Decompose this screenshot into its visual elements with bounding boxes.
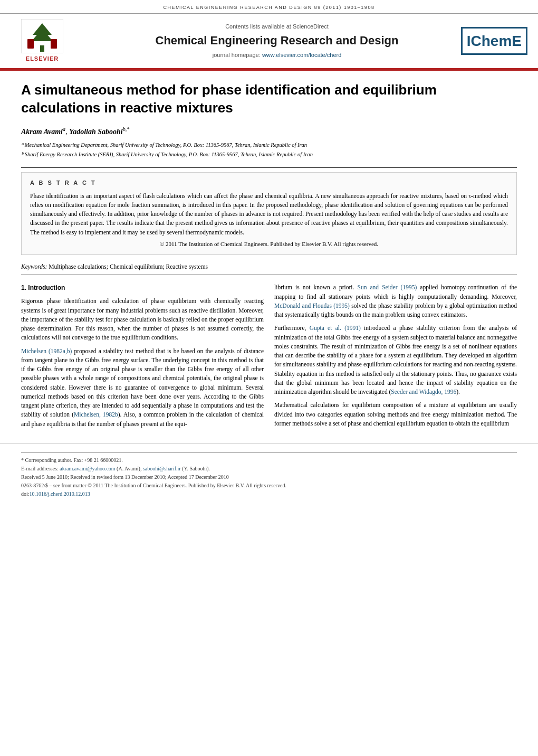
elsevier-logo: ELSEVIER <box>11 19 74 63</box>
sun-seider-ref[interactable]: Sun and Seider (1995) <box>358 284 417 290</box>
received-dates: Received 5 June 2010; Received in revise… <box>21 473 517 481</box>
homepage-label: journal homepage: <box>213 52 261 58</box>
michelsen-1982b-ref[interactable]: Michelsen, 1982b <box>74 411 118 418</box>
issn-notice: 0263-8762/$ – see front matter © 2011 Th… <box>21 481 517 490</box>
doi-notice: doi:10.1016/j.cherd.2010.12.013 <box>21 490 517 498</box>
email-saboohi[interactable]: saboohi@sharif.ir <box>143 466 181 471</box>
mcdonald-ref[interactable]: McDonald and Floudas (1995) <box>274 303 350 309</box>
corresponding-author: * Corresponding author. Fax: +98 21 6600… <box>21 456 517 465</box>
intro-para-2-text: proposed a stability test method that is… <box>21 348 264 418</box>
footer-area: * Corresponding author. Fax: +98 21 6600… <box>0 443 538 504</box>
journal-header: ELSEVIER Contents lists available at Sci… <box>0 14 538 69</box>
author-b-sup: b,* <box>123 126 130 132</box>
journal-info-bar: CHEMICAL ENGINEERING RESEARCH AND DESIGN… <box>0 0 538 14</box>
homepage-url[interactable]: www.elsevier.com/locate/cherd <box>262 52 341 58</box>
journal-homepage[interactable]: journal homepage: www.elsevier.com/locat… <box>74 51 480 59</box>
sciencedirect-link[interactable]: Contents lists available at ScienceDirec… <box>74 23 480 31</box>
page: CHEMICAL ENGINEERING RESEARCH AND DESIGN… <box>0 0 538 756</box>
body-divider <box>21 274 517 275</box>
elsevier-label: ELSEVIER <box>26 55 59 63</box>
seeder-widagdo-ref[interactable]: Seeder and Widagdo, 1996 <box>391 389 456 395</box>
abstract-body: Phase identification is an important asp… <box>30 192 508 237</box>
abstract-label: A B S T R A C T <box>30 179 508 187</box>
gupta-ref[interactable]: Gupta et al. (1991) <box>310 325 361 331</box>
right-column: librium is not known a priori. Sun and S… <box>274 283 517 433</box>
intro-para-1: Rigorous phase identification and calcul… <box>21 297 264 342</box>
svg-rect-5 <box>51 39 57 49</box>
section1-heading: 1. Introduction <box>21 283 264 292</box>
doi-link[interactable]: 10.1016/j.cherd.2010.12.013 <box>30 491 90 497</box>
right-para-3: Mathematical calculations for equilibriu… <box>274 401 517 428</box>
email-avami[interactable]: akram.avami@yahoo.com <box>60 466 115 471</box>
right-para-1: librium is not known a priori. Sun and S… <box>274 283 517 319</box>
affiliations: ᵃ Mechanical Engineering Department, Sha… <box>21 141 517 159</box>
svg-rect-4 <box>27 39 34 49</box>
intro-para-2: Michelsen (1982a,b) proposed a stability… <box>21 347 264 429</box>
author-b-name: Yadollah Saboohi <box>69 127 123 135</box>
two-column-body: 1. Introduction Rigorous phase identific… <box>21 283 517 433</box>
author-a-sup: a <box>63 126 65 132</box>
abstract-section: A B S T R A C T Phase identification is … <box>21 172 517 255</box>
elsevier-tree-icon <box>21 19 63 53</box>
keywords-line: Keywords: Multiphase calculations; Chemi… <box>21 262 517 271</box>
journal-title-block: Contents lists available at ScienceDirec… <box>74 23 480 60</box>
keywords-label: Keywords: <box>21 263 47 270</box>
ichem-logo-block: IChemE <box>480 27 527 55</box>
left-column: 1. Introduction Rigorous phase identific… <box>21 283 264 433</box>
svg-rect-1 <box>40 45 44 52</box>
footer-divider <box>21 452 517 453</box>
journal-name: Chemical Engineering Research and Design <box>74 33 480 49</box>
abstract-text-content: Phase identification is an important asp… <box>30 193 508 235</box>
elsevier-logo-block: ELSEVIER <box>11 19 74 63</box>
article-title: A simultaneous method for phase identifi… <box>21 81 517 117</box>
sciencedirect-prefix: Contents lists available at ScienceDirec… <box>225 23 329 30</box>
keywords-content: Multiphase calculations; Chemical equili… <box>49 263 208 270</box>
affiliation-a: ᵃ Mechanical Engineering Department, Sha… <box>21 141 517 149</box>
authors-line: Akram Avamia, Yadollah Saboohib,* <box>21 126 517 137</box>
journal-volume-info: CHEMICAL ENGINEERING RESEARCH AND DESIGN… <box>164 5 375 10</box>
email-addresses: E-mail addresses: akram.avami@yahoo.com … <box>21 465 517 473</box>
author-a-name: Akram Avami <box>21 127 63 135</box>
copyright-notice: © 2011 The Institution of Chemical Engin… <box>30 240 508 248</box>
right-para-2: Furthermore, Gupta et al. (1991) introdu… <box>274 324 517 396</box>
michelsen-ref[interactable]: Michelsen (1982a,b) <box>21 348 72 354</box>
ichem-logo: IChemE <box>461 27 527 55</box>
article-content: A simultaneous method for phase identifi… <box>0 71 538 443</box>
abstract-top-divider <box>21 167 517 168</box>
affiliation-b: ᵇ Sharif Energy Research Institute (SERI… <box>21 150 517 159</box>
